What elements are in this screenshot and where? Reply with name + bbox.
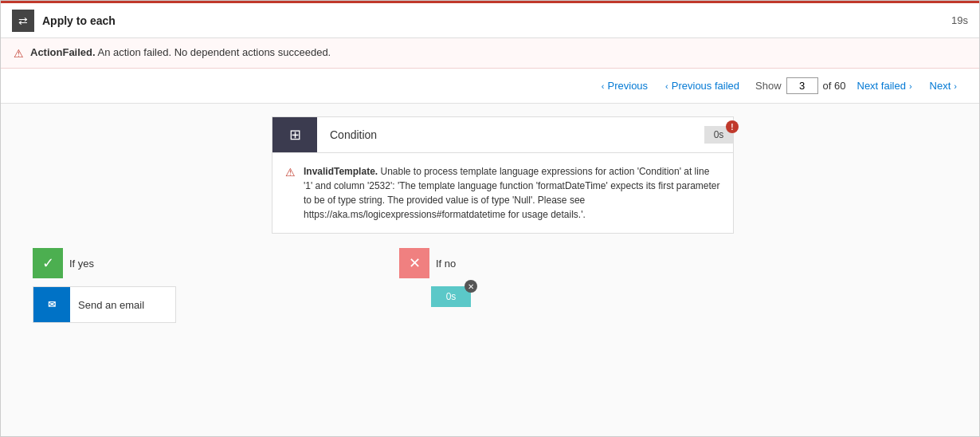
previous-button[interactable]: ‹ Previous [595, 77, 654, 95]
header-bar: ⇄ Apply to each 19s [1, 3, 979, 38]
show-label: Show [755, 80, 782, 92]
error-detail-box: ⚠ InvalidTemplate. Unable to process tem… [272, 153, 734, 234]
chevron-right-icon: › [954, 81, 957, 91]
condition-header[interactable]: ⊞ Condition 0s ! [272, 116, 734, 153]
if-no-label: If no [436, 258, 456, 270]
header-left: ⇄ Apply to each [12, 10, 116, 32]
no-x-box: ✕ [399, 248, 429, 278]
apply-to-each-icon: ⇄ [12, 10, 34, 32]
of-label: of 60 [823, 80, 846, 92]
condition-block: ⊞ Condition 0s ! ⚠ InvalidTemplate. Unab… [272, 116, 734, 234]
error-detail-text: InvalidTemplate. Unable to process templ… [304, 164, 720, 222]
next-button[interactable]: Next › [923, 77, 963, 95]
checkmark-icon: ✓ [42, 254, 54, 272]
page-title: Apply to each [42, 14, 116, 27]
condition-label: Condition [317, 128, 390, 141]
next-failed-button[interactable]: Next failed › [851, 77, 919, 95]
branch-label-no: ✕ If no [399, 248, 456, 278]
nav-bar: ‹ Previous ‹ Previous failed Show of 60 … [1, 69, 979, 104]
error-bar: ⚠ ActionFailed. An action failed. No dep… [1, 38, 979, 69]
condition-header-left: ⊞ Condition [272, 117, 390, 152]
condition-duration-badge: 0s ! [704, 126, 733, 144]
condition-icon-box: ⊞ [272, 117, 317, 152]
main-container: ⇄ Apply to each 19s ⚠ ActionFailed. An a… [0, 0, 980, 437]
if-yes-label: If yes [69, 258, 94, 270]
chevron-left-icon: ‹ [602, 81, 605, 91]
close-badge: ✕ [465, 280, 477, 293]
chevron-left-icon: ‹ [665, 81, 668, 91]
warning-icon: ⚠ [14, 47, 24, 60]
branch-label-yes: ✓ If yes [33, 248, 94, 278]
chevron-right-icon: › [909, 81, 912, 91]
branch-no: ✕ If no 0s ✕ [399, 248, 471, 307]
error-message: ActionFailed. An action failed. No depen… [30, 46, 331, 58]
x-icon: ✕ [409, 254, 421, 272]
yes-check-box: ✓ [33, 248, 63, 278]
teal-badge-container: 0s ✕ [431, 286, 471, 307]
branch-row: ✓ If yes ✉ Send an email ✕ [17, 248, 963, 323]
error-count-badge: ! [726, 120, 739, 133]
header-duration: 19s [951, 14, 968, 26]
outlook-icon: ✉ [48, 299, 56, 310]
page-number-input[interactable] [786, 77, 818, 94]
condition-icon: ⊞ [289, 126, 301, 144]
content-area: ⊞ Condition 0s ! ⚠ InvalidTemplate. Unab… [1, 104, 979, 436]
send-email-block[interactable]: ✉ Send an email [33, 286, 176, 323]
branch-yes: ✓ If yes ✉ Send an email [33, 248, 176, 323]
error-detail-icon: ⚠ [285, 166, 296, 222]
send-email-label: Send an email [78, 299, 152, 311]
previous-failed-button[interactable]: ‹ Previous failed [659, 77, 746, 95]
outlook-icon-box: ✉ [33, 287, 70, 322]
